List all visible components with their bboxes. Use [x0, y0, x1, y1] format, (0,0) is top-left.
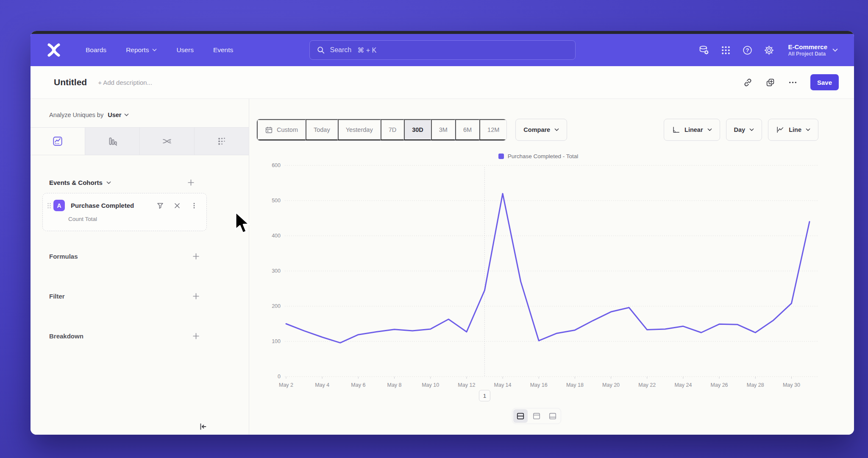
add-breakdown-button[interactable]: [192, 332, 200, 340]
date-range-custom[interactable]: Custom: [257, 119, 306, 140]
date-range-today[interactable]: Today: [306, 119, 338, 140]
svg-text:1: 1: [483, 393, 487, 399]
svg-text:May 24: May 24: [674, 382, 692, 388]
apps-grid-icon[interactable]: [721, 45, 731, 56]
add-event-button[interactable]: [187, 179, 195, 187]
view-buttons: Linear Day Line: [664, 119, 818, 141]
mixpanel-logo-icon[interactable]: [47, 43, 61, 57]
add-formulas-button[interactable]: [192, 252, 200, 260]
search-input[interactable]: Search ⌘ + K: [309, 40, 576, 60]
events-cohorts-label[interactable]: Events & Cohorts: [49, 179, 103, 186]
chart-legend[interactable]: Purchase Completed - Total: [254, 153, 822, 159]
svg-text:May 18: May 18: [566, 382, 584, 388]
layout-panel-top-toggle[interactable]: [529, 409, 544, 423]
layout-split-middle-icon: [516, 412, 525, 420]
date-range-label: 30D: [412, 126, 423, 133]
date-range-label: Custom: [277, 126, 298, 133]
add-description-field[interactable]: + Add description...: [98, 79, 152, 86]
date-range-7d[interactable]: 7D: [381, 119, 404, 140]
remove-event-icon[interactable]: [173, 202, 181, 209]
date-range-segmented-control: CustomTodayYesterday7D30D3M6M12M: [256, 119, 507, 141]
date-range-30d[interactable]: 30D: [404, 119, 431, 140]
date-range-label: 7D: [389, 126, 397, 133]
query-builder-sidebar: Analyze Uniques by User Events & Cohorts: [31, 99, 249, 435]
compare-label: Compare: [523, 126, 550, 133]
project-switcher[interactable]: E-Commerce All Project Data: [788, 43, 838, 57]
section-formulas: Formulas: [42, 252, 200, 260]
chart-panel: CustomTodayYesterday7D30D3M6M12M Compare…: [249, 99, 854, 435]
drag-handle-icon[interactable]: [46, 202, 52, 209]
project-name: E-Commerce: [788, 43, 827, 51]
copy-link-icon[interactable]: [743, 78, 753, 87]
data-management-icon[interactable]: [699, 45, 709, 56]
report-title[interactable]: Untitled: [54, 77, 87, 87]
event-card-row: A Purchase Completed: [43, 200, 206, 211]
kebab-menu-icon[interactable]: [190, 202, 198, 209]
event-aggregation[interactable]: Count Total: [68, 216, 97, 222]
svg-text:0: 0: [278, 374, 281, 380]
svg-text:200: 200: [272, 303, 281, 309]
nav-link-reports[interactable]: Reports: [126, 46, 157, 54]
nav-link-label: Events: [213, 46, 233, 54]
nav-links: BoardsReportsUsersEvents: [86, 46, 233, 54]
line-dropdown[interactable]: Line: [768, 119, 818, 141]
save-button[interactable]: Save: [810, 74, 839, 90]
nav-link-label: Users: [176, 46, 193, 54]
svg-text:May 20: May 20: [602, 382, 620, 388]
date-range-3m[interactable]: 3M: [431, 119, 455, 140]
tab-insights[interactable]: [31, 128, 85, 155]
day-dropdown[interactable]: Day: [726, 119, 762, 141]
chevron-down-icon: [152, 48, 157, 52]
nav-link-users[interactable]: Users: [176, 46, 193, 54]
analyze-prefix-label: Analyze Uniques by: [49, 112, 103, 118]
retention-icon: [216, 136, 227, 147]
tab-bar-chart[interactable]: [85, 128, 140, 155]
help-icon[interactable]: ?: [742, 45, 753, 56]
view-button-label: Day: [734, 126, 746, 133]
line-chart-icon: [776, 126, 785, 134]
bar-chart-icon: [107, 136, 118, 147]
compare-button[interactable]: Compare: [515, 119, 567, 141]
project-scope: All Project Data: [788, 51, 827, 57]
chart-type-tab-strip: [31, 127, 249, 155]
search-placeholder: Search: [330, 46, 352, 54]
events-cohorts-header: Events & Cohorts: [49, 179, 195, 187]
legend-swatch: [498, 154, 504, 159]
layout-split-middle-toggle[interactable]: [513, 409, 528, 423]
event-name[interactable]: Purchase Completed: [71, 202, 134, 209]
svg-text:May 12: May 12: [458, 382, 475, 388]
nav-link-events[interactable]: Events: [213, 46, 233, 54]
date-range-yesterday[interactable]: Yesterday: [338, 119, 381, 140]
header-actions: Save: [743, 74, 839, 90]
duplicate-icon[interactable]: [765, 78, 775, 87]
collapse-sidebar-icon[interactable]: [198, 422, 208, 431]
layout-panel-top-icon: [532, 412, 541, 420]
annotation-marker[interactable]: 1: [479, 390, 490, 401]
layout-panel-bottom-toggle[interactable]: [545, 409, 560, 423]
linear-dropdown[interactable]: Linear: [664, 119, 720, 141]
layout-panel-bottom-icon: [548, 412, 557, 420]
svg-text:500: 500: [272, 198, 281, 204]
svg-text:May 28: May 28: [747, 382, 764, 388]
settings-gear-icon[interactable]: [764, 45, 774, 56]
tab-flows[interactable]: [140, 128, 195, 155]
date-range-label: 12M: [487, 126, 499, 133]
chevron-down-icon: [806, 128, 810, 131]
calendar-icon: [265, 126, 273, 134]
add-filter-button[interactable]: [192, 292, 200, 300]
window-chrome-strip: [31, 31, 854, 34]
chevron-down-icon: [554, 128, 559, 131]
chevron-down-icon: [124, 113, 129, 117]
line-chart[interactable]: 0100200300400500600May 2May 4May 6May 8M…: [254, 161, 822, 407]
event-card[interactable]: A Purchase Completed: [42, 193, 207, 231]
chart-controls-row: CustomTodayYesterday7D30D3M6M12M Compare…: [256, 119, 818, 141]
date-range-6m[interactable]: 6M: [455, 119, 479, 140]
date-range-12m[interactable]: 12M: [479, 119, 506, 140]
svg-text:?: ?: [746, 47, 749, 53]
analyze-value-dropdown[interactable]: User: [108, 112, 121, 118]
more-options-icon[interactable]: [788, 78, 798, 87]
nav-link-boards[interactable]: Boards: [86, 46, 106, 54]
tab-retention[interactable]: [195, 128, 249, 155]
top-navbar: BoardsReportsUsersEvents Search ⌘ + K: [31, 34, 854, 66]
filter-funnel-icon[interactable]: [156, 202, 164, 209]
